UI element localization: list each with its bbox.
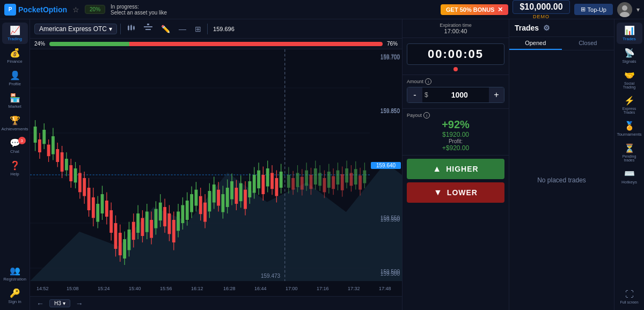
- chart-draw-btn[interactable]: ✏️: [158, 23, 173, 35]
- svg-rect-39: [65, 159, 68, 171]
- sidebar-label-tournaments: Tournaments: [617, 132, 641, 137]
- finance-icon: 💰: [10, 48, 20, 58]
- bonus-close-icon[interactable]: ✕: [497, 6, 503, 13]
- svg-rect-27: [47, 145, 50, 157]
- sidebar-label-trades: Trades: [623, 36, 636, 41]
- sidebar-item-signin[interactable]: 🔑 Sign in: [2, 285, 28, 307]
- sidebar-label-chat: Chat: [10, 149, 19, 154]
- svg-rect-162: [248, 181, 251, 197]
- lower-button[interactable]: ▼ LOWER: [407, 182, 504, 203]
- timer-dot: [407, 67, 504, 71]
- svg-rect-205: [314, 168, 317, 184]
- sidebar-item-finance[interactable]: 💰 Finance: [2, 45, 28, 67]
- header: P PocketOption ☆ 20% In progress: Select…: [0, 0, 644, 19]
- amount-input[interactable]: [430, 91, 489, 99]
- topup-button[interactable]: ⊞ Top-Up: [574, 4, 613, 15]
- sidebar-item-hotkeys[interactable]: ⌨️ Hotkeys: [617, 166, 642, 187]
- chart-minus-btn[interactable]: —: [176, 23, 189, 35]
- svg-rect-96: [150, 220, 153, 238]
- sidebar-item-fullscreen[interactable]: ⛶ Full screen: [617, 287, 642, 307]
- balance-container: $10,000.00 DEMO: [513, 0, 569, 19]
- asset-selector[interactable]: American Express OTC ▾: [34, 24, 117, 34]
- svg-rect-193: [296, 173, 299, 187]
- svg-rect-111: [172, 220, 175, 242]
- svg-rect-190: [291, 178, 295, 190]
- logo-icon: P: [4, 4, 16, 16]
- sidebar-item-chat[interactable]: 💬 3 Chat: [2, 135, 28, 157]
- sidebar-label-achievements: Achievements: [1, 127, 28, 131]
- sidebar-item-pending-trades[interactable]: ⏳ Pending trades: [617, 141, 642, 165]
- timer-display: 00:00:05: [407, 43, 504, 65]
- user-menu-arrow[interactable]: ▾: [636, 6, 640, 13]
- payout-section: Payout i +92% $1920.00 Profit: +$920.00: [402, 109, 509, 156]
- amount-input-row: - $ +: [407, 87, 504, 103]
- exp-label: Expiration time: [407, 23, 504, 28]
- svg-rect-220: [336, 171, 340, 184]
- nav-left-arrow[interactable]: ←: [34, 299, 46, 308]
- amount-info-icon[interactable]: i: [425, 78, 431, 85]
- nav-right-arrow[interactable]: →: [74, 299, 85, 308]
- svg-rect-87: [136, 213, 140, 233]
- sidebar-item-market[interactable]: 🏪 Market: [2, 90, 28, 112]
- trades-tabs: Opened Closed: [509, 37, 614, 50]
- chart-container[interactable]: 159.700 159.850 159.800 159.550 159.500 …: [30, 49, 402, 296]
- bonus-text: GET 50% BONUS: [446, 6, 494, 13]
- payout-info-icon[interactable]: i: [423, 112, 430, 119]
- chat-badge: 3: [18, 137, 26, 144]
- sidebar-item-tournaments[interactable]: 🏅 Tournaments: [617, 118, 642, 139]
- higher-button[interactable]: ▲ HIGHER: [407, 159, 504, 179]
- demo-label: DEMO: [533, 14, 550, 19]
- svg-rect-123: [190, 194, 193, 212]
- express-trades-icon: ⚡: [624, 95, 635, 106]
- trades-settings-icon[interactable]: ⚙: [543, 24, 550, 32]
- chart-settings-btn[interactable]: [141, 22, 155, 35]
- chart-grid-btn[interactable]: ⊞: [192, 23, 204, 35]
- time-1644: 16:44: [254, 286, 267, 291]
- logo-text: PocketOption: [18, 5, 67, 14]
- sidebar-item-social-trading[interactable]: 🤝 Social Trading: [617, 68, 642, 92]
- svg-rect-135: [208, 191, 211, 211]
- sidebar-item-signals[interactable]: 📡 Signals: [617, 45, 642, 67]
- amount-plus-btn[interactable]: +: [489, 87, 504, 102]
- sidebar-item-trades[interactable]: 📊 Trades: [617, 23, 642, 44]
- sidebar-item-trading[interactable]: 📈 Trading: [2, 23, 28, 44]
- profile-icon: 👤: [10, 70, 20, 80]
- sidebar-item-profile[interactable]: 👤 Profile: [2, 68, 28, 89]
- payout-amount: $1920.00: [407, 131, 504, 138]
- chart-type-candle-btn[interactable]: [124, 22, 138, 35]
- price-tag-high: 159.700: [370, 54, 402, 60]
- tab-closed[interactable]: Closed: [562, 37, 614, 50]
- bonus-banner[interactable]: GET 50% BONUS ✕: [441, 4, 508, 15]
- avatar[interactable]: [617, 2, 632, 17]
- logo: P PocketOption: [4, 4, 67, 16]
- sidebar-item-registration[interactable]: 👥 Registration: [2, 263, 28, 284]
- timeframe-selector[interactable]: H3 ▾: [49, 299, 70, 307]
- svg-rect-63: [101, 194, 104, 213]
- time-1524: 15:24: [98, 286, 110, 291]
- sidebar-label-signin: Sign in: [8, 299, 21, 304]
- tab-opened[interactable]: Opened: [509, 37, 562, 50]
- sidebar-item-achievements[interactable]: 🏆 Achievements: [2, 113, 28, 134]
- chart-toolbar: American Express OTC ▾: [30, 19, 402, 39]
- header-left: P PocketOption ☆ 20% In progress: Select…: [4, 4, 167, 16]
- svg-rect-4: [128, 30, 129, 31]
- progress-bar-buy: [129, 42, 383, 46]
- sidebar-item-express-trades[interactable]: ⚡ Express Trades: [617, 93, 642, 117]
- svg-rect-217: [332, 176, 335, 189]
- svg-rect-105: [163, 207, 166, 226]
- svg-rect-102: [159, 203, 162, 221]
- svg-rect-165: [253, 175, 256, 193]
- trades-header: Trades ⚙: [509, 19, 614, 37]
- trades-sidebar-icon: 📊: [624, 25, 635, 35]
- svg-rect-150: [230, 181, 233, 200]
- favorite-icon[interactable]: ☆: [72, 5, 79, 14]
- svg-rect-168: [257, 171, 260, 189]
- progress-badge[interactable]: 20%: [85, 5, 105, 14]
- amount-minus-btn[interactable]: -: [407, 87, 422, 102]
- left-sidebar: 📈 Trading 💰 Finance 👤 Profile 🏪 Market 🏆…: [0, 19, 30, 310]
- sidebar-item-help[interactable]: ❓ Help: [2, 158, 28, 179]
- right-sidebar: 📊 Trades 📡 Signals 🤝 Social Trading ⚡ Ex…: [614, 19, 644, 310]
- svg-rect-202: [310, 175, 313, 189]
- pending-trades-icon: ⏳: [624, 143, 635, 153]
- sidebar-label-registration: Registration: [3, 277, 26, 282]
